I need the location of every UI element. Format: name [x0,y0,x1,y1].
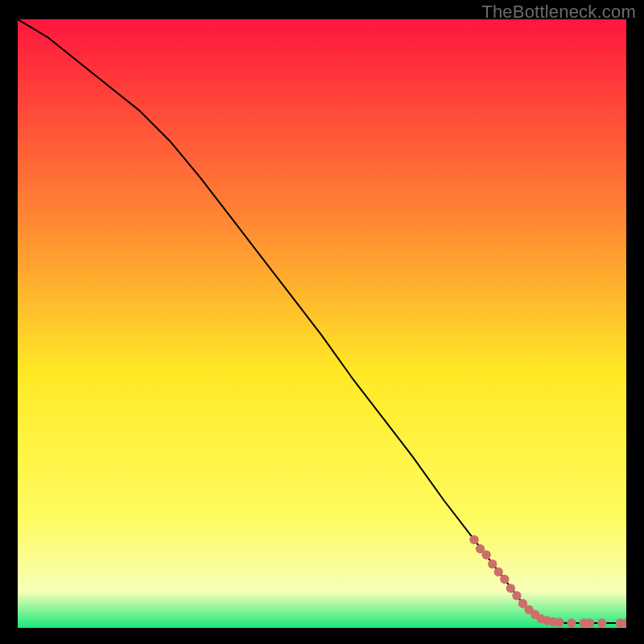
gradient-background [18,19,626,628]
chart-frame: { "watermark": "TheBottleneck.com", "col… [0,0,644,644]
marker-dot [494,568,503,576]
watermark-text: TheBottleneck.com [481,2,636,23]
marker-dot [567,618,576,627]
marker-dot [597,618,606,627]
marker-dot [585,618,594,627]
marker-dot [469,535,478,544]
marker-dot [488,559,497,568]
marker-dot [481,551,490,559]
marker-dot [500,575,509,584]
bottleneck-chart [18,19,626,628]
marker-dot [555,618,564,627]
marker-dot [512,591,521,600]
marker-dot [506,584,515,592]
